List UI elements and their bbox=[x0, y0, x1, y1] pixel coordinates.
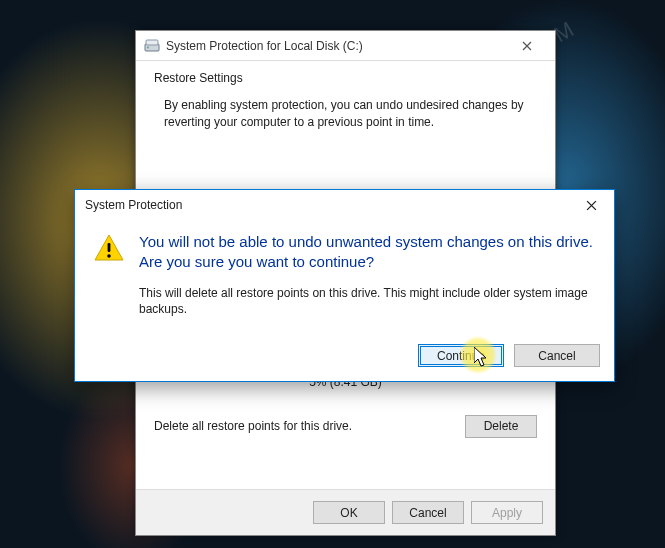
warning-icon bbox=[93, 232, 125, 264]
confirm-heading: You will not be able to undo unwanted sy… bbox=[139, 232, 596, 273]
continue-button[interactable]: Continue bbox=[418, 344, 504, 367]
svg-point-4 bbox=[107, 254, 111, 258]
delete-button[interactable]: Delete bbox=[465, 415, 537, 438]
close-icon[interactable] bbox=[507, 32, 547, 60]
delete-restore-points-description: Delete all restore points for this drive… bbox=[154, 419, 455, 433]
ok-button[interactable]: OK bbox=[313, 501, 385, 524]
dialog-title: System Protection for Local Disk (C:) bbox=[166, 39, 507, 53]
cancel-button[interactable]: Cancel bbox=[514, 344, 600, 367]
svg-rect-1 bbox=[146, 40, 158, 45]
confirm-detail: This will delete all restore points on t… bbox=[139, 285, 596, 319]
confirm-titlebar[interactable]: System Protection bbox=[75, 190, 614, 220]
svg-point-2 bbox=[147, 46, 149, 48]
dialog-titlebar[interactable]: System Protection for Local Disk (C:) bbox=[136, 31, 555, 61]
svg-rect-3 bbox=[108, 243, 111, 252]
cancel-button[interactable]: Cancel bbox=[392, 501, 464, 524]
restore-settings-label: Restore Settings bbox=[154, 71, 537, 85]
system-protection-confirm-dialog: System Protection You will not be able t… bbox=[74, 189, 615, 382]
close-icon[interactable] bbox=[569, 191, 614, 219]
apply-button[interactable]: Apply bbox=[471, 501, 543, 524]
dialog-footer: OK Cancel Apply bbox=[136, 489, 555, 535]
restore-settings-description: By enabling system protection, you can u… bbox=[164, 97, 533, 131]
confirm-dialog-title: System Protection bbox=[85, 198, 569, 212]
drive-icon bbox=[144, 38, 160, 54]
